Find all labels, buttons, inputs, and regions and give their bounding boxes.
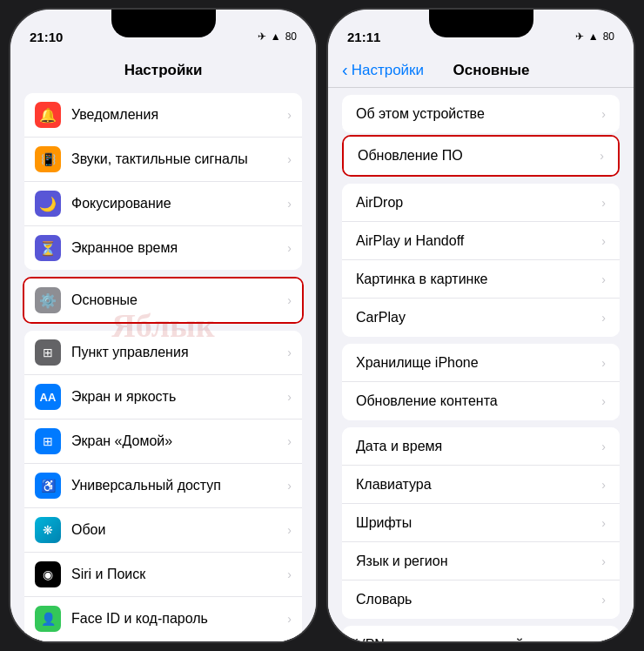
list-item[interactable]: AirPlay и Handoff › [342, 222, 620, 260]
item-label: Об этом устройстве [356, 106, 598, 122]
left-settings-list[interactable]: 🔔 Уведомления › 📳 Звуки, тактильные сигн… [10, 86, 316, 641]
item-label: Основные [71, 292, 284, 308]
left-phone: 21:10 ✈ ▲ 80 Настройки 🔔 Уведомления › 📳… [9, 8, 318, 643]
list-item[interactable]: Дата и время › [342, 427, 620, 466]
list-item[interactable]: Шрифты › [342, 504, 620, 542]
accessibility-icon: ♿ [35, 473, 61, 499]
highlighted-section[interactable]: ⚙️ Основные › [23, 277, 304, 324]
list-item[interactable]: Об этом устройстве › [342, 95, 620, 133]
list-item[interactable]: ⊞ Экран «Домой» › [24, 419, 302, 464]
item-label: Пункт управления [71, 345, 284, 360]
chevron-icon: › [601, 196, 606, 210]
list-item[interactable]: Словарь › [342, 581, 620, 619]
left-screen: Настройки 🔔 Уведомления › 📳 Звуки, такти… [10, 53, 316, 641]
list-item[interactable]: 👤 Face ID и код-пароль › [24, 597, 302, 641]
chevron-icon: › [601, 234, 606, 248]
list-item[interactable]: ◉ Siri и Поиск › [24, 553, 302, 597]
chevron-icon: › [287, 108, 292, 122]
airplane-icon: ✈ [258, 30, 266, 43]
right-time: 21:11 [347, 30, 380, 44]
list-item[interactable]: 🔔 Уведомления › [24, 93, 302, 138]
chevron-icon: › [601, 107, 606, 121]
wifi-icon: ▲ [271, 30, 281, 43]
list-item[interactable]: Обновление контента › [342, 382, 620, 420]
chevron-icon: › [601, 516, 606, 530]
faceid-icon: 👤 [35, 606, 61, 632]
chevron-icon: › [287, 434, 292, 448]
list-item[interactable]: VPN и управление устройством › [342, 626, 620, 641]
item-label: Обои [71, 522, 284, 538]
right-nav-title: Основные [424, 62, 559, 79]
item-label: CarPlay [356, 310, 598, 326]
display-icon: AA [35, 384, 61, 410]
item-label: Звуки, тактильные сигналы [71, 151, 284, 167]
chevron-icon: › [287, 612, 292, 626]
focus-icon: 🌙 [35, 191, 61, 217]
item-label: Siri и Поиск [71, 567, 284, 582]
list-item[interactable]: CarPlay › [342, 299, 620, 337]
right-section-5: VPN и управление устройством › [342, 626, 620, 641]
settings-group-2: ⊞ Пункт управления › AA Экран и яркость … [24, 331, 302, 641]
chevron-icon: › [601, 311, 606, 325]
back-button[interactable]: ‹ Настройки [342, 60, 424, 80]
item-label: Фокусирование [71, 196, 284, 211]
screentime-icon: ⏳ [35, 235, 61, 261]
list-item[interactable]: 🌙 Фокусирование › [24, 182, 302, 226]
list-item[interactable]: Обновление ПО › [344, 137, 618, 175]
chevron-icon: › [600, 149, 604, 163]
item-label: Экран «Домой» [71, 433, 284, 449]
chevron-icon: › [287, 567, 292, 581]
list-item[interactable]: Хранилище iPhone › [342, 344, 620, 382]
chevron-icon: › [287, 152, 292, 166]
back-chevron-icon: ‹ [342, 60, 348, 80]
item-label: Обновление ПО [358, 148, 596, 164]
right-section-3: Хранилище iPhone › Обновление контента › [342, 344, 620, 420]
right-section-1: Об этом устройстве › Обновление ПО › [342, 95, 620, 177]
chevron-icon: › [287, 523, 292, 537]
siri-icon: ◉ [35, 561, 61, 587]
airplane-icon: ✈ [575, 30, 584, 43]
left-notch [111, 10, 216, 37]
item-label: Экран и яркость [71, 389, 284, 405]
wallpaper-icon: ❋ [35, 517, 61, 543]
list-item[interactable]: Картинка в картинке › [342, 260, 620, 299]
item-label: Картинка в картинке [356, 272, 598, 287]
chevron-icon: › [287, 479, 292, 493]
item-label: Хранилище iPhone [356, 355, 598, 371]
list-item[interactable]: ⊞ Пункт управления › [24, 331, 302, 375]
list-item[interactable]: AirDrop › [342, 184, 620, 222]
list-item[interactable]: ⏳ Экранное время › [24, 226, 302, 270]
list-item[interactable]: Язык и регион › [342, 542, 620, 581]
chevron-icon: › [601, 593, 606, 607]
item-label: VPN и управление устройством [356, 637, 598, 641]
right-nav-header: ‹ Настройки Основные [328, 53, 634, 88]
item-label: Обновление контента [356, 393, 598, 409]
chevron-icon: › [287, 197, 292, 211]
item-label: Face ID и код-пароль [71, 611, 284, 627]
right-status-icons: ✈ ▲ 80 [575, 30, 614, 43]
wifi-icon: ▲ [588, 30, 599, 43]
chevron-icon: › [601, 554, 606, 568]
chevron-icon: › [287, 241, 292, 255]
list-item[interactable]: ♿ Универсальный доступ › [24, 464, 302, 508]
item-label: AirPlay и Handoff [356, 233, 598, 249]
sounds-icon: 📳 [35, 146, 61, 172]
item-label: Универсальный доступ [71, 478, 284, 493]
right-settings-list[interactable]: Об этом устройстве › Обновление ПО › Air… [328, 88, 634, 641]
control-center-icon: ⊞ [35, 339, 61, 366]
item-label: Клавиатура [356, 477, 598, 493]
chevron-icon: › [601, 638, 606, 641]
right-phone: 21:11 ✈ ▲ 80 ‹ Настройки Основные Об это… [326, 8, 635, 643]
software-update-highlighted[interactable]: Обновление ПО › [342, 135, 620, 177]
osnovnye-item[interactable]: ⚙️ Основные › [24, 279, 302, 322]
list-item[interactable]: 📳 Звуки, тактильные сигналы › [24, 138, 302, 182]
chevron-icon: › [601, 394, 606, 408]
list-item[interactable]: Клавиатура › [342, 466, 620, 504]
homescreen-icon: ⊞ [35, 428, 61, 454]
chevron-icon: › [601, 272, 606, 286]
item-label: Шрифты [356, 515, 598, 531]
item-label: Словарь [356, 592, 598, 607]
list-item[interactable]: AA Экран и яркость › [24, 375, 302, 419]
chevron-icon: › [287, 293, 292, 307]
list-item[interactable]: ❋ Обои › [24, 508, 302, 553]
